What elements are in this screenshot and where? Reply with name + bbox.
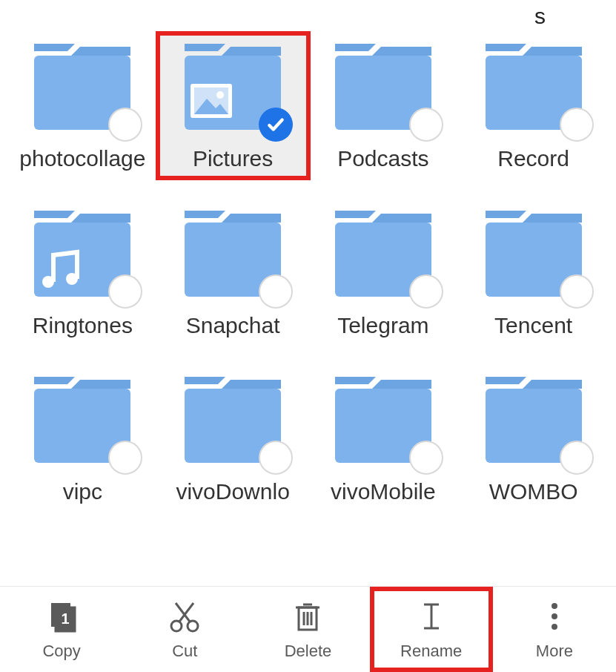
folder-item[interactable]: vipc [7, 366, 158, 511]
folder-label: photocollage [19, 146, 145, 172]
folder-item[interactable]: Ringtones [7, 200, 158, 345]
folder-label: vipc [63, 479, 102, 505]
svg-point-36 [552, 624, 557, 630]
selection-circle[interactable] [560, 441, 594, 475]
bottom-toolbar: 1 Copy Cut Delete [0, 586, 616, 672]
delete-button[interactable]: Delete [246, 587, 369, 672]
folder-item[interactable]: vivoMobile [308, 366, 459, 511]
rename-label: Rename [400, 642, 462, 661]
svg-point-35 [552, 613, 557, 619]
folder-icon [478, 208, 589, 304]
folder-label: vivoDownlo [176, 479, 289, 505]
selection-circle[interactable] [409, 441, 443, 475]
folder-icon [177, 208, 288, 304]
cut-label: Cut [172, 642, 197, 661]
svg-point-9 [66, 273, 78, 285]
folder-icon [27, 41, 138, 137]
svg-point-21 [171, 621, 182, 631]
svg-point-8 [42, 276, 54, 288]
folder-icon [478, 41, 589, 137]
folder-item[interactable]: photocollage [7, 33, 158, 178]
delete-label: Delete [285, 642, 332, 661]
selection-circle[interactable] [560, 108, 594, 142]
folder-icon [27, 374, 138, 470]
folder-icon [478, 374, 589, 470]
folder-label: WOMBO [489, 479, 578, 505]
svg-text:1: 1 [62, 610, 70, 627]
folder-icon [177, 374, 288, 470]
folder-item[interactable]: Telegram [308, 200, 459, 345]
folder-item[interactable]: vivoDownlo [158, 366, 308, 511]
folder-item[interactable]: Snapchat [158, 200, 308, 345]
selection-circle[interactable] [409, 274, 443, 309]
folder-item[interactable]: WOMBO [458, 366, 609, 511]
folder-label: Pictures [193, 146, 273, 172]
more-label: More [536, 642, 573, 661]
selection-circle[interactable] [560, 274, 594, 309]
selection-circle[interactable] [409, 108, 443, 142]
copy-icon: 1 [44, 599, 79, 634]
checkmark-icon[interactable] [259, 108, 293, 142]
trash-icon [290, 599, 325, 634]
svg-point-22 [188, 621, 198, 631]
cut-icon [167, 599, 202, 634]
folder-icon [177, 41, 288, 137]
folder-label: Snapchat [186, 313, 280, 339]
rename-button[interactable]: Rename [370, 587, 493, 672]
svg-point-4 [216, 91, 224, 99]
partial-header-text: s [534, 4, 546, 29]
folder-item[interactable]: Pictures [158, 33, 308, 178]
copy-label: Copy [42, 642, 80, 661]
more-button[interactable]: More [493, 587, 616, 672]
folder-label: Tencent [494, 313, 572, 339]
folder-icon [328, 374, 439, 470]
folder-label: Telegram [337, 313, 428, 339]
copy-button[interactable]: 1 Copy [0, 587, 123, 672]
folder-item[interactable]: Record [458, 33, 609, 178]
folder-label: vivoMobile [331, 479, 436, 505]
folder-label: Ringtones [33, 313, 133, 339]
selection-circle[interactable] [259, 441, 293, 475]
folder-icon [27, 208, 138, 304]
folder-icon [328, 41, 439, 137]
folder-icon [328, 208, 439, 304]
folder-grid: photocollagePicturesPodcastsRecordRingto… [0, 33, 616, 511]
folder-item[interactable]: Tencent [458, 200, 609, 345]
selection-circle[interactable] [108, 274, 142, 309]
selection-circle[interactable] [259, 274, 293, 309]
svg-point-34 [552, 603, 557, 609]
folder-item[interactable]: Podcasts [308, 33, 459, 178]
folder-label: Podcasts [337, 146, 428, 172]
rename-icon [414, 599, 449, 634]
cut-button[interactable]: Cut [123, 587, 246, 672]
more-icon [537, 599, 572, 634]
folder-label: Record [497, 146, 569, 172]
